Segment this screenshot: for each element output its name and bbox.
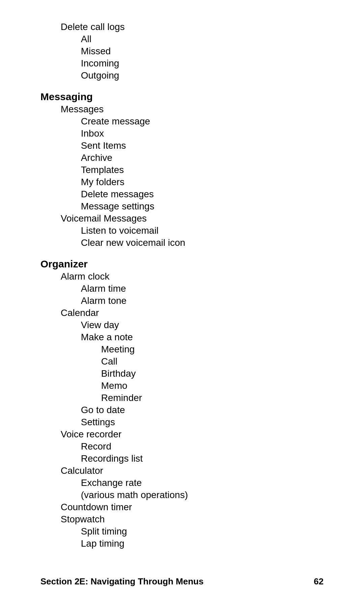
call-log-outgoing: Outgoing [81,70,324,81]
calculator-label: Calculator [61,465,324,476]
lap-timing: Lap timing [81,538,324,549]
voicemail-messages-label: Voicemail Messages [61,213,324,224]
my-folders: My folders [81,177,324,187]
messaging-header: Messaging [40,91,324,103]
make-a-note: Make a note [81,332,324,343]
record: Record [81,441,324,452]
stopwatch-label: Stopwatch [61,514,324,525]
call: Call [101,356,324,367]
sent-items: Sent Items [81,140,324,151]
voice-recorder-label: Voice recorder [61,429,324,440]
inbox: Inbox [81,128,324,139]
meeting: Meeting [101,344,324,355]
page-footer: Section 2E: Navigating Through Menus 62 [40,576,324,587]
delete-messages: Delete messages [81,189,324,200]
various-math-operations: (various math operations) [81,490,324,500]
view-day: View day [81,320,324,330]
alarm-time: Alarm time [81,283,324,294]
listen-to-voicemail: Listen to voicemail [81,225,324,236]
calendar-label: Calendar [61,308,324,318]
organizer-header: Organizer [40,258,324,270]
recordings-list: Recordings list [81,453,324,464]
memo: Memo [101,380,324,391]
exchange-rate: Exchange rate [81,478,324,488]
go-to-date: Go to date [81,405,324,415]
call-log-missed: Missed [81,46,324,57]
footer-section-label: Section 2E: Navigating Through Menus [40,576,204,587]
messages-label: Messages [61,104,324,115]
alarm-tone: Alarm tone [81,295,324,306]
delete-call-logs-label: Delete call logs [61,22,324,32]
clear-voicemail-icon: Clear new voicemail icon [81,237,324,248]
reminder: Reminder [101,393,324,403]
call-log-incoming: Incoming [81,58,324,69]
call-log-all: All [81,34,324,45]
footer-page-number: 62 [314,576,324,587]
split-timing: Split timing [81,526,324,537]
settings: Settings [81,417,324,428]
templates: Templates [81,165,324,175]
archive: Archive [81,152,324,163]
countdown-timer: Countdown timer [61,502,324,513]
birthday: Birthday [101,368,324,379]
message-settings: Message settings [81,201,324,212]
create-message: Create message [81,116,324,127]
page-content: Delete call logs All Missed Incoming Out… [0,0,364,584]
alarm-clock-label: Alarm clock [61,271,324,282]
